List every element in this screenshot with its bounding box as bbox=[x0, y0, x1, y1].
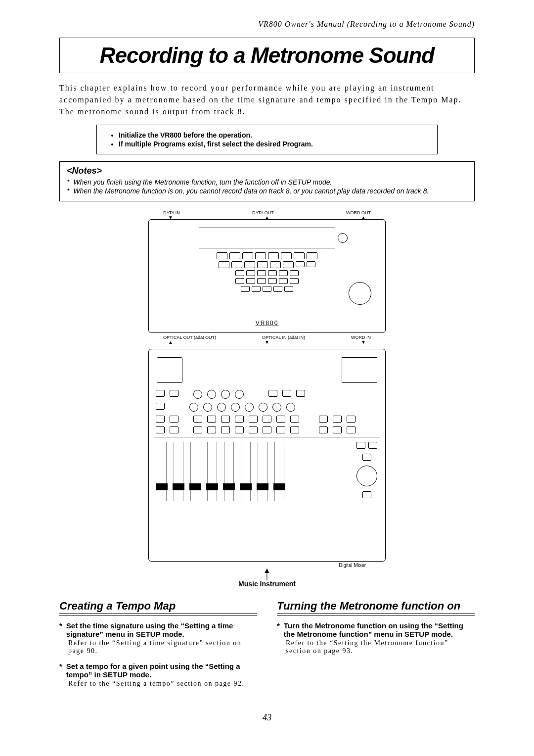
music-instrument-label: Music Instrument bbox=[148, 580, 386, 588]
recorder-unit: VR800 bbox=[148, 219, 386, 333]
note-line: * When the Metronome function is on, you… bbox=[67, 187, 467, 195]
master-knob-icon bbox=[356, 466, 377, 486]
right-column: Turning the Metronome function on *Turn … bbox=[277, 600, 475, 695]
page-number: 43 bbox=[59, 712, 475, 723]
fader-area bbox=[154, 437, 380, 505]
fader-icon bbox=[224, 442, 234, 501]
left-column: Creating a Tempo Map *Set the time signa… bbox=[59, 600, 257, 695]
fader-icon bbox=[274, 442, 284, 501]
port-label-word-out: WORD OUT bbox=[346, 210, 371, 215]
title-box: Recording to a Metronome Sound bbox=[59, 38, 475, 73]
arrow-row: ▲▼▼ bbox=[148, 341, 386, 344]
page-title: Recording to a Metronome Sound bbox=[70, 43, 464, 68]
step: *Set the time signature using the “Setti… bbox=[59, 621, 257, 655]
step-head: Turn the Metronome function on using the… bbox=[284, 621, 475, 638]
running-head: VR800 Owner's Manual (Recording to a Met… bbox=[59, 20, 475, 29]
fader-icon bbox=[174, 442, 183, 501]
brand-label: VR800 bbox=[149, 320, 385, 327]
section-heading: Creating a Tempo Map bbox=[59, 600, 257, 615]
side-controls bbox=[356, 442, 377, 501]
mixer-unit bbox=[148, 349, 386, 562]
step: *Set a tempo for a given point using the… bbox=[59, 662, 257, 688]
fader-icon bbox=[241, 442, 251, 501]
notes-heading: <Notes> bbox=[67, 166, 467, 176]
mixer-lcd bbox=[157, 357, 182, 383]
recorder-lcd bbox=[199, 228, 336, 248]
init-item: If multiple Programs exist, first select… bbox=[119, 140, 425, 148]
notes-box: <Notes> * When you finish using the Metr… bbox=[59, 161, 475, 201]
intro-paragraph: This chapter explains how to record your… bbox=[59, 82, 475, 118]
device-diagram: DATA IN DATA OUT WORD OUT ▼▲▲ VR800 OPTI… bbox=[148, 210, 386, 588]
meter-icon bbox=[342, 357, 377, 383]
step-body: Refer to the “Setting a tempo” section o… bbox=[68, 680, 257, 688]
fader-icon bbox=[157, 442, 167, 501]
fader-icon bbox=[190, 442, 200, 501]
content-columns: Creating a Tempo Map *Set the time signa… bbox=[59, 600, 475, 695]
step-body: Refer to the “Setting a time signature” … bbox=[68, 639, 257, 655]
note-text: When you finish using the Metronome func… bbox=[73, 178, 332, 186]
step-body: Refer to the “Setting the Metronome func… bbox=[286, 639, 475, 655]
step: *Turn the Metronome function on using th… bbox=[277, 621, 475, 655]
port-label-data-out: DATA OUT bbox=[252, 210, 274, 215]
fader-icon bbox=[258, 442, 267, 501]
section-heading: Turning the Metronome function on bbox=[277, 600, 475, 615]
fader-icon bbox=[207, 442, 217, 501]
button-grid bbox=[188, 252, 347, 292]
manual-page: VR800 Owner's Manual (Recording to a Met… bbox=[30, 0, 504, 753]
jog-wheel-icon bbox=[349, 282, 371, 305]
up-arrow-icon: ▲│ bbox=[148, 568, 386, 578]
step-head: Set a tempo for a given point using the … bbox=[66, 662, 257, 679]
init-item: Initialize the VR800 before the operatio… bbox=[119, 131, 425, 139]
note-line: * When you finish using the Metronome fu… bbox=[67, 178, 467, 186]
note-text: When the Metronome function is on, you c… bbox=[73, 187, 429, 195]
step-head: Set the time signature using the “Settin… bbox=[66, 621, 257, 638]
init-box: Initialize the VR800 before the operatio… bbox=[96, 125, 438, 154]
